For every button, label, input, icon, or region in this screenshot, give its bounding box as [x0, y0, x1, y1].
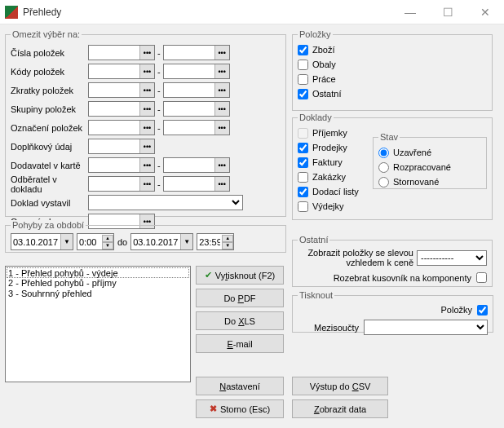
maximize-button[interactable]: ☐ [429, 0, 466, 24]
email-button[interactable]: E-mail [196, 334, 284, 353]
chk-obaly[interactable] [298, 60, 308, 70]
settings-button[interactable]: Nastavení [196, 377, 284, 395]
rad-stornovane[interactable] [378, 177, 389, 188]
app-icon [5, 6, 18, 19]
date-from[interactable]: ▼ [11, 233, 73, 250]
close-button[interactable]: ✕ [466, 0, 504, 24]
cisla-from[interactable]: ••• [88, 45, 155, 60]
kody-to[interactable]: ••• [163, 64, 230, 79]
row-doplnkovy: Doplňkový údaj [11, 142, 88, 152]
print-button[interactable]: ✔Vytisknout (F2) [196, 266, 284, 285]
chk-ostatni[interactable] [298, 89, 308, 99]
rad-rozpracovane[interactable] [378, 162, 389, 173]
oznaceni-to[interactable]: ••• [163, 120, 230, 135]
doklady-fieldset: Doklady Příjemky Prodejky Faktury Zakázk… [292, 113, 493, 220]
polozky-legend: Položky [298, 29, 333, 39]
chk-dodaci[interactable] [298, 187, 308, 197]
ostatni-fieldset: Ostatní Zobrazit položky se slevou vzhle… [292, 235, 493, 287]
stav-legend: Stav [378, 132, 400, 142]
row-odberatel: Odběratel v dokladu [11, 174, 88, 194]
odberatel-to[interactable]: ••• [163, 176, 230, 192]
list-item[interactable]: 3 - Souhrnný přehled [7, 289, 189, 299]
skupiny-from[interactable]: ••• [88, 101, 155, 117]
row-kody: Kódy položek [11, 67, 88, 77]
csv-button[interactable]: Výstup do CSV [292, 377, 388, 395]
chk-vydejky[interactable] [298, 201, 308, 212]
chk-tisk-polozky[interactable] [477, 305, 488, 315]
report-list[interactable]: 1 - Přehled pohybů - výdeje 2 - Přehled … [5, 266, 191, 382]
pohyby-legend: Pohyby za období [11, 220, 86, 230]
oznaceni-from[interactable]: ••• [88, 120, 155, 135]
limit-fieldset: Omezit výběr na: Čísla položek•••-••• Kó… [5, 29, 286, 217]
row-skupiny: Skupiny položek [11, 104, 88, 114]
row-cisla: Čísla položek [11, 48, 88, 58]
tisknout-fieldset: Tisknout Položky Mezisoučty [292, 290, 493, 333]
titlebar: Přehledy — ☐ ✕ [0, 0, 504, 24]
row-zkratky: Zkratky položek [11, 86, 88, 95]
time-to[interactable]: ▲▼ [197, 233, 234, 250]
chk-zbozi[interactable] [298, 45, 308, 55]
chk-prijemky [298, 128, 308, 139]
chk-prace[interactable] [298, 74, 308, 85]
rad-uzavrene[interactable] [378, 148, 389, 158]
dodavatel-from[interactable]: ••• [88, 157, 155, 173]
cisla-to[interactable]: ••• [163, 45, 230, 60]
list-item[interactable]: 2 - Přehled pohybů - příjmy [7, 278, 189, 289]
row-dodavatel: Dodavatel v kartě [11, 161, 88, 170]
doplnkovy[interactable]: ••• [88, 139, 155, 154]
chk-prodejky[interactable] [298, 143, 308, 153]
stav-fieldset: Stav Uzavřené Rozpracované Stornované [373, 132, 487, 189]
doklad-select[interactable] [88, 195, 243, 210]
kody-from[interactable]: ••• [88, 64, 155, 79]
polozky-fieldset: Položky Zboží Obaly Práce Ostatní [292, 29, 493, 111]
doklady-legend: Doklady [298, 113, 334, 122]
cancel-button[interactable]: ✖Storno (Esc) [196, 399, 284, 418]
close-icon: ✖ [210, 404, 217, 414]
chk-rozebrat[interactable] [476, 272, 487, 283]
xls-button[interactable]: Do XLS [196, 311, 284, 330]
odberatel-from[interactable]: ••• [88, 176, 155, 192]
limit-legend: Omezit výběr na: [11, 29, 82, 39]
pohyby-fieldset: Pohyby za období ▼ ▲▼ do ▼ ▲▼ [5, 220, 286, 253]
check-icon: ✔ [205, 270, 212, 280]
date-to[interactable]: ▼ [130, 233, 193, 250]
ostatni-legend: Ostatní [298, 235, 329, 245]
mezisoucty-select[interactable] [364, 320, 488, 335]
skupiny-to[interactable]: ••• [163, 101, 230, 117]
zkratky-from[interactable]: ••• [88, 82, 155, 98]
row-doklad: Doklad vystavil [11, 198, 88, 208]
chk-faktury[interactable] [298, 157, 308, 168]
zkratky-to[interactable]: ••• [163, 82, 230, 98]
window-title: Přehledy [23, 7, 61, 18]
pdf-button[interactable]: Do PDF [196, 289, 284, 307]
list-item[interactable]: 1 - Přehled pohybů - výdeje [7, 267, 189, 278]
chk-zakazky[interactable] [298, 172, 308, 183]
row-oznaceni: Označení položek [11, 123, 88, 133]
time-from[interactable]: ▲▼ [77, 233, 114, 250]
show-data-button[interactable]: Zobrazit data [292, 399, 388, 418]
tisknout-legend: Tisknout [298, 290, 334, 300]
dodavatel-to[interactable]: ••• [163, 157, 230, 173]
sleva-select[interactable]: ----------- [417, 250, 487, 266]
minimize-button[interactable]: — [391, 0, 429, 24]
